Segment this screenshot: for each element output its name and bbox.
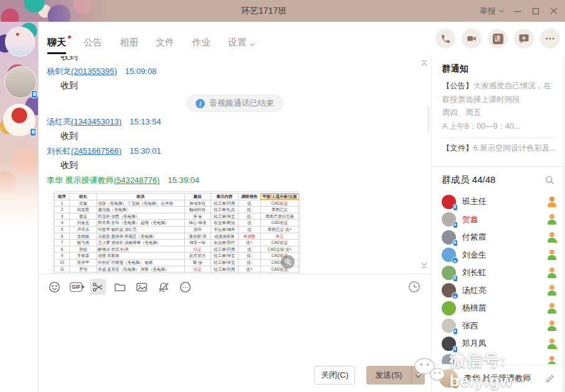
file-notice-line[interactable]: 【文件】6.展示空间设计色彩及... <box>442 142 556 156</box>
member-avatar[interactable] <box>442 248 456 262</box>
table-cell: 农业展/茶叶 <box>211 240 238 246</box>
send-options-button[interactable] <box>411 366 425 385</box>
member-avatar[interactable] <box>442 212 456 226</box>
member-row[interactable]: 班主任 <box>432 193 565 211</box>
video-call-button[interactable] <box>462 29 482 49</box>
tab-label: 设置 <box>228 37 247 47</box>
table-cell: 优 <box>238 220 260 226</box>
sender-uin[interactable]: (543248776) <box>114 175 160 185</box>
message-editor: GIF <box>39 274 431 392</box>
group-sidebar: 群通知 【公告】大家感觉自己情况，在 群投票选择上课时间段 周四、周五 A 上午… <box>432 56 565 392</box>
member-avatar[interactable] <box>442 266 456 280</box>
info-icon <box>196 99 205 108</box>
member-avatar[interactable] <box>442 337 456 351</box>
report-button[interactable]: 举报 <box>480 6 503 17</box>
table-cell: 未交 <box>260 233 298 240</box>
table-cell: 优 <box>238 226 260 233</box>
table-cell: 闵嘉慧 <box>70 207 97 213</box>
member-avatar[interactable] <box>442 230 456 245</box>
scroll-to-top-button[interactable] <box>420 58 428 70</box>
mobile-online-badge <box>453 328 458 335</box>
sender-uin[interactable]: (201355395) <box>71 67 117 76</box>
voice-call-button[interactable] <box>435 29 455 49</box>
table-cell: 优+ <box>238 240 260 246</box>
table-row: 7杨飞艳王小梦 梁续菲 汤杨璀璨（无电脑）禅茶一味农业展/茶叶优+CAD初定 <box>55 240 299 246</box>
class-button[interactable]: 课 <box>488 29 508 49</box>
sender-uin[interactable]: (1343453013) <box>71 117 121 126</box>
message-history-button[interactable] <box>406 279 422 295</box>
tab-homework[interactable]: 作业 <box>192 33 211 56</box>
member-avatar[interactable] <box>442 195 456 209</box>
sender-name[interactable]: 汤红亮 <box>47 117 71 126</box>
member-row[interactable]: 刘金生 <box>432 246 565 264</box>
maximize-button[interactable] <box>532 7 539 15</box>
member-row[interactable]: 汤红亮 <box>432 282 565 300</box>
image-button[interactable] <box>133 279 150 295</box>
window-edge <box>563 56 565 392</box>
mute-notification-button[interactable] <box>155 279 171 295</box>
member-row[interactable] <box>432 353 565 365</box>
announcement-text: 大家感觉自己情况，在 <box>473 82 551 90</box>
clipped-message: 收到 <box>60 56 431 62</box>
avatar[interactable] <box>439 369 458 388</box>
member-role-icon <box>547 356 557 364</box>
table-cell: 优- <box>238 207 260 213</box>
session-avatar[interactable] <box>4 66 37 98</box>
member-row[interactable]: 杨桃苗 <box>432 299 565 317</box>
file-button[interactable] <box>112 279 128 295</box>
screenshot-button[interactable] <box>90 279 106 295</box>
table-cell: CAD初定 <box>260 266 298 273</box>
session-avatar[interactable] <box>3 104 36 136</box>
edit-pencil-icon[interactable] <box>545 373 555 383</box>
gif-button[interactable]: GIF <box>68 279 84 295</box>
table-cell: 郑月凤 贺玲（无电脑） 赵瑾（无电脑） <box>97 220 184 226</box>
window-controls: 举报 <box>480 0 558 22</box>
sticker-add-button[interactable] <box>514 29 534 49</box>
search-icon[interactable] <box>544 175 555 185</box>
group-notice-panel[interactable]: 群通知 【公告】大家感觉自己情况，在 群投票选择上课时间段 周四、周五 A 上午… <box>432 56 565 167</box>
more-tools-button[interactable] <box>177 279 193 295</box>
table-row: 9李俊霖张蕾 宋紫薇皓月星河轻工展/珠宝优-CAD初定 <box>55 253 299 259</box>
member-row[interactable]: 刘长虹 <box>432 264 565 282</box>
sender-name[interactable]: 李华 展示授课教师 <box>47 175 114 185</box>
member-row[interactable]: 张西 <box>432 317 565 335</box>
more-actions-button[interactable] <box>540 29 560 49</box>
member-role-icon <box>547 303 557 314</box>
member-row[interactable]: 郑月凤★ <box>432 335 565 353</box>
member-avatar[interactable] <box>442 301 456 315</box>
member-avatar[interactable] <box>442 319 456 333</box>
sender-uin[interactable]: (2451667566) <box>71 146 121 156</box>
scroll-to-bottom-button[interactable] <box>420 260 428 271</box>
sender-name[interactable]: 杨剑龙 <box>47 67 71 76</box>
minimize-button[interactable] <box>514 7 521 15</box>
member-row[interactable]: 贺鑫 <box>432 211 565 229</box>
members-count-title: 群成员 44/48 <box>442 174 496 186</box>
table-cell: 5 <box>55 226 70 233</box>
emoji-button[interactable] <box>46 279 62 295</box>
member-avatar[interactable] <box>442 354 456 364</box>
member-row[interactable]: 付紫霞★ <box>432 228 565 246</box>
member-list[interactable]: 班主任贺鑫付紫霞★刘金生刘长虹汤红亮杨桃苗张西郑月凤★ <box>432 193 565 364</box>
send-button[interactable]: 发送(S) <box>366 366 424 385</box>
tab-settings[interactable]: 设置 <box>228 33 254 56</box>
tab-album[interactable]: 相册 <box>120 33 138 56</box>
close-button[interactable]: 关闭(C) <box>314 366 355 385</box>
sender-name[interactable]: 刘长虹 <box>47 146 71 156</box>
tab-chat[interactable]: 聊天 <box>47 33 66 56</box>
tab-announcement[interactable]: 公告 <box>83 33 102 56</box>
message-history[interactable]: 收到 杨剑龙(201355395)15:09:08 收到 音视频通话已结束 汤红… <box>39 56 431 274</box>
circle-ellipsis-icon <box>179 281 192 294</box>
chat-image-table[interactable]: 组序组长组员题目展示内容调研报告平面/人流分析/立面1贺鑫张甜（无电脑） 丁玉娟… <box>53 191 300 274</box>
self-member-bar[interactable]: 李华 展示授课教师 <box>432 364 565 392</box>
close-window-button[interactable] <box>550 7 558 15</box>
member-role-icon: ★ <box>547 232 557 243</box>
member-role-icon <box>547 214 557 225</box>
member-avatar[interactable] <box>442 283 456 297</box>
title-bar[interactable]: 环艺1717班 举报 <box>0 0 565 22</box>
table-cell: 轻工展/珠宝 <box>211 213 238 220</box>
session-avatar[interactable] <box>5 27 35 57</box>
mobile-online-badge <box>453 240 458 246</box>
table-header-cell: 组长 <box>70 194 97 200</box>
busy-status-badge <box>452 381 459 389</box>
tab-files[interactable]: 文件 <box>156 33 174 56</box>
